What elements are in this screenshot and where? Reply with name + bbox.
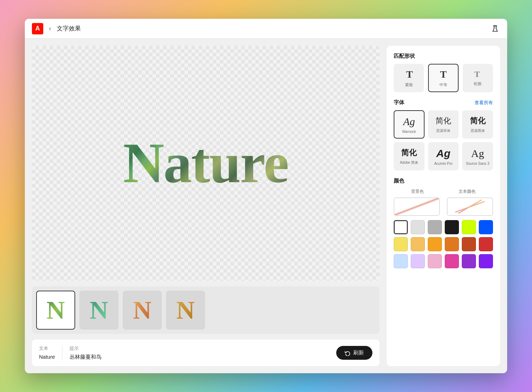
- titlebar: A ‹ 文字效果: [25, 19, 507, 39]
- swatch-yellow[interactable]: [394, 237, 408, 251]
- swatch-purple[interactable]: [462, 254, 476, 268]
- prompt-value: 丛林藤蔓和鸟: [70, 354, 101, 360]
- font-name-siyuan-hei: 思源黑体: [471, 128, 485, 133]
- variant-item-1[interactable]: N: [36, 291, 75, 330]
- shape-medium[interactable]: T 中等: [428, 64, 458, 92]
- shape-medium-label: 中等: [439, 82, 447, 88]
- variant-letter-1: N: [46, 296, 65, 325]
- nature-text-container: Nature: [123, 130, 288, 196]
- font-name-adobe-heiti: Adobe 黑体: [400, 160, 418, 165]
- swatch-light-orange[interactable]: [411, 237, 425, 251]
- shape-compact-label: 紧致: [405, 82, 413, 88]
- prompt-input-group: 提示 丛林藤蔓和鸟: [70, 345, 101, 360]
- font-section: 字体 查看所有 Ag Warnock 简化 思源宋体 简化 思源黑体: [394, 99, 493, 170]
- color-row-1: [394, 220, 493, 234]
- variant-item-2[interactable]: N: [79, 291, 118, 330]
- shape-medium-icon: T: [440, 69, 447, 80]
- flask-icon[interactable]: [490, 24, 500, 34]
- font-preview-adobe-heiti: 简化: [401, 147, 417, 158]
- swatch-white[interactable]: [394, 220, 408, 234]
- shape-compact-icon: T: [406, 69, 411, 80]
- shape-loose-label: 松散: [474, 81, 482, 86]
- variant-item-3[interactable]: N: [123, 291, 162, 330]
- bg-color-picker[interactable]: [394, 197, 440, 216]
- font-preview-siyuan-song: 简化: [436, 116, 451, 126]
- app-window: A ‹ 文字效果: [25, 19, 507, 373]
- text-label: 文本: [39, 345, 55, 352]
- swatch-mid-gray[interactable]: [428, 220, 442, 234]
- font-preview-siyuan-hei: 简化: [470, 116, 486, 126]
- swatch-lime[interactable]: [462, 220, 476, 234]
- shape-loose-icon: T: [474, 69, 481, 79]
- variant-letter-4: N: [176, 296, 195, 325]
- swatch-orange[interactable]: [428, 237, 442, 251]
- swatch-light-pink[interactable]: [428, 254, 442, 268]
- main-nature-text: Nature: [123, 131, 288, 195]
- swatch-light-blue[interactable]: [394, 254, 408, 268]
- swatch-hot-pink[interactable]: [445, 254, 459, 268]
- canvas-area: Nature N N N N: [32, 46, 379, 366]
- swatch-red[interactable]: [479, 237, 493, 251]
- swatch-light-gray[interactable]: [411, 220, 425, 234]
- shape-compact[interactable]: T 紧致: [394, 64, 424, 92]
- shape-section: 匹配形状 T 紧致 T 中等 T 松散: [394, 53, 493, 92]
- font-card-siyuan-song[interactable]: 简化 思源宋体: [428, 110, 459, 139]
- text-input-area: 文本 Nature 提示 丛林藤蔓和鸟 刷新: [32, 340, 379, 366]
- variant-letter-3: N: [133, 296, 151, 325]
- font-name-warnock: Warnock: [402, 130, 416, 134]
- refresh-icon: [345, 350, 350, 356]
- variant-letter-2: N: [90, 296, 108, 325]
- font-name-siyuan-song: 思源宋体: [436, 128, 450, 133]
- view-all-fonts-link[interactable]: 查看所有: [475, 100, 493, 106]
- shape-loose[interactable]: T 松散: [463, 64, 493, 92]
- font-preview-acumin-pro: Ag: [436, 147, 450, 159]
- variant-item-4[interactable]: N: [166, 291, 205, 330]
- font-name-acumin-pro: Acumin Pro: [434, 162, 453, 166]
- prompt-label: 提示: [70, 345, 101, 352]
- font-card-warnock[interactable]: Ag Warnock: [394, 110, 425, 139]
- swatch-red-orange[interactable]: [462, 237, 476, 251]
- color-row-3: [394, 254, 493, 268]
- variant-strip: N N N N: [32, 286, 379, 334]
- page-title: 文字效果: [57, 24, 81, 33]
- color-labels: 背景色 文本颜色: [394, 189, 493, 195]
- font-card-acumin-pro[interactable]: Ag Acumin Pro: [428, 142, 459, 170]
- bg-color-label: 背景色: [411, 189, 424, 195]
- font-card-source-sans-3[interactable]: Ag Source Sans 3: [462, 142, 493, 170]
- shape-options: T 紧致 T 中等 T 松散: [394, 64, 493, 92]
- color-pickers-row: [394, 197, 493, 216]
- color-section-title: 颜色: [394, 178, 493, 184]
- swatch-light-purple[interactable]: [411, 254, 425, 268]
- font-name-source-sans-3: Source Sans 3: [466, 162, 489, 166]
- main-content: Nature N N N N: [25, 39, 507, 373]
- divider: [62, 345, 62, 360]
- font-preview-warnock: Ag: [403, 116, 415, 128]
- shape-section-title: 匹配形状: [394, 53, 493, 60]
- font-grid: Ag Warnock 简化 思源宋体 简化 思源黑体 简化 Adobe 黑体: [394, 110, 493, 170]
- swatch-dark-orange[interactable]: [445, 237, 459, 251]
- swatch-black[interactable]: [445, 220, 459, 234]
- text-color-picker[interactable]: [447, 197, 493, 216]
- text-input-group: 文本 Nature: [39, 345, 55, 360]
- refresh-button[interactable]: 刷新: [336, 346, 372, 360]
- text-value: Nature: [39, 354, 55, 360]
- refresh-label: 刷新: [353, 349, 364, 356]
- font-card-adobe-heiti[interactable]: 简化 Adobe 黑体: [394, 142, 425, 170]
- text-color-label: 文本颜色: [459, 189, 476, 195]
- font-card-siyuan-hei[interactable]: 简化 思源黑体: [462, 110, 493, 139]
- color-section: 颜色 背景色 文本颜色: [394, 178, 493, 271]
- right-panel: 匹配形状 T 紧致 T 中等 T 松散: [387, 46, 500, 366]
- font-section-title: 字体: [394, 99, 404, 106]
- font-section-header: 字体 查看所有: [394, 99, 493, 106]
- swatch-blue[interactable]: [479, 220, 493, 234]
- back-button[interactable]: ‹: [48, 23, 52, 34]
- canvas-preview: Nature: [32, 46, 379, 281]
- adobe-logo: A: [32, 23, 43, 34]
- font-preview-source-sans-3: Ag: [471, 147, 484, 159]
- swatch-violet[interactable]: [479, 254, 493, 268]
- color-row-2: [394, 237, 493, 251]
